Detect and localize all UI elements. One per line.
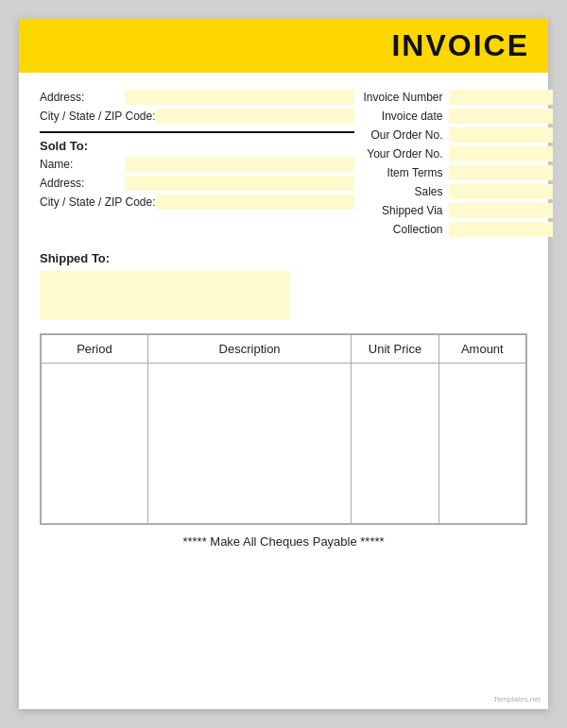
- city2-label: City / State / ZIP Code:: [40, 195, 156, 209]
- cell-amount[interactable]: [438, 364, 525, 524]
- invoice-page: INVOICE Address: City / State / ZIP Code…: [19, 19, 548, 709]
- invoice-date-row: Invoice date: [364, 109, 553, 124]
- top-section: Address: City / State / ZIP Code: Sold T…: [40, 90, 527, 240]
- right-column: Invoice Number Invoice date Our Order No…: [364, 90, 553, 240]
- address-row: Address:: [40, 90, 354, 105]
- shipped-to-section: Shipped To:: [40, 251, 527, 320]
- invoice-number-label: Invoice Number: [364, 91, 443, 104]
- our-order-input[interactable]: [449, 127, 553, 143]
- name-input[interactable]: [125, 157, 354, 172]
- table-row: [42, 364, 526, 524]
- item-terms-row: Item Terms: [364, 165, 553, 180]
- shipped-via-label: Shipped Via: [382, 204, 443, 217]
- watermark: Templates.net: [493, 695, 541, 703]
- our-order-row: Our Order No.: [364, 127, 553, 143]
- your-order-label: Your Order No.: [367, 147, 442, 161]
- city2-row: City / State / ZIP Code:: [40, 195, 354, 210]
- city2-input[interactable]: [156, 195, 354, 210]
- cell-unit-price[interactable]: [352, 364, 438, 524]
- name-row: Name:: [40, 157, 354, 172]
- col-period: Period: [42, 335, 148, 364]
- sales-row: Sales: [364, 184, 553, 199]
- address2-input[interactable]: [125, 176, 354, 191]
- invoice-table-section: Period Description Unit Price Amount: [40, 333, 527, 525]
- shipped-via-input[interactable]: [449, 203, 553, 218]
- invoice-number-input[interactable]: [449, 90, 553, 105]
- col-amount: Amount: [438, 335, 525, 364]
- shipped-to-box[interactable]: [40, 271, 290, 320]
- footer-text: ***** Make All Cheques Payable *****: [40, 534, 527, 558]
- address2-row: Address:: [40, 176, 354, 191]
- your-order-input[interactable]: [449, 146, 553, 161]
- our-order-label: Our Order No.: [371, 128, 443, 142]
- name-label: Name:: [40, 158, 125, 171]
- shipped-to-label: Shipped To:: [40, 251, 527, 265]
- invoice-header: INVOICE: [19, 19, 548, 73]
- cell-description[interactable]: [147, 364, 351, 524]
- sales-label: Sales: [415, 185, 443, 198]
- city-label: City / State / ZIP Code:: [40, 110, 156, 123]
- invoice-number-row: Invoice Number: [364, 90, 553, 105]
- your-order-row: Your Order No.: [364, 146, 553, 161]
- invoice-table: Period Description Unit Price Amount: [41, 334, 526, 524]
- table-header-row: Period Description Unit Price Amount: [42, 335, 526, 364]
- collection-label: Collection: [393, 223, 443, 236]
- item-terms-label: Item Terms: [387, 166, 442, 179]
- col-unit-price: Unit Price: [352, 335, 438, 364]
- city-row: City / State / ZIP Code:: [40, 109, 354, 124]
- col-description: Description: [147, 335, 351, 364]
- invoice-body: Address: City / State / ZIP Code: Sold T…: [19, 73, 548, 567]
- city-input[interactable]: [156, 109, 354, 124]
- invoice-date-input[interactable]: [449, 109, 553, 124]
- invoice-date-label: Invoice date: [382, 110, 443, 123]
- address2-label: Address:: [40, 177, 125, 190]
- left-column: Address: City / State / ZIP Code: Sold T…: [40, 90, 354, 240]
- invoice-title: INVOICE: [391, 28, 529, 62]
- collection-input[interactable]: [449, 222, 553, 237]
- address-input[interactable]: [125, 90, 354, 105]
- item-terms-input[interactable]: [449, 165, 553, 180]
- collection-row: Collection: [364, 222, 553, 237]
- cell-period[interactable]: [42, 364, 148, 524]
- divider: [40, 131, 354, 133]
- sold-to-label: Sold To:: [40, 139, 354, 153]
- address-label: Address:: [40, 91, 125, 104]
- sales-input[interactable]: [449, 184, 553, 199]
- shipped-via-row: Shipped Via: [364, 203, 553, 218]
